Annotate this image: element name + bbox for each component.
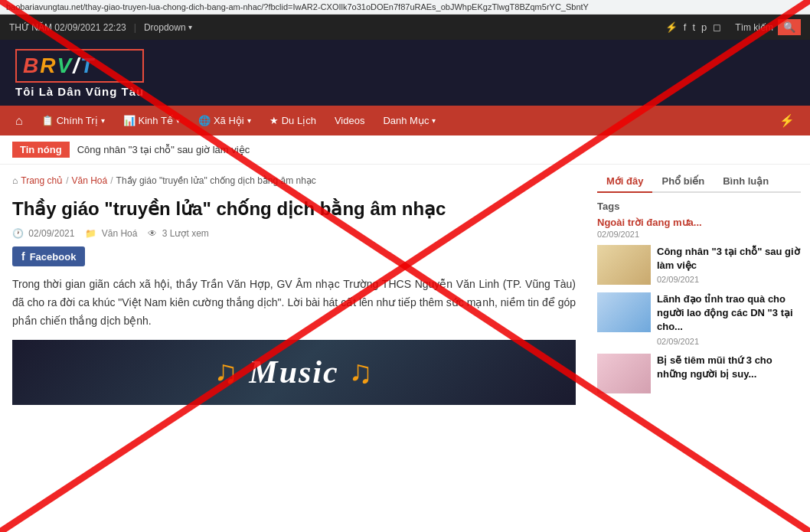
facebook-social-icon[interactable]: f xyxy=(684,21,687,33)
kinh-te-icon: 📊 xyxy=(123,115,136,126)
nav-item-videos[interactable]: Videos xyxy=(325,107,374,134)
danh-muc-arrow: ▾ xyxy=(432,116,436,125)
date-value: 02/09/2021 xyxy=(28,228,74,239)
music-note-left: ♫ xyxy=(214,354,240,390)
logo-r: R xyxy=(40,54,55,78)
category-value: Văn Hoá xyxy=(102,228,138,239)
sidebar-news-text-1: Công nhân "3 tại chỗ" sau giờ làm việc 0… xyxy=(657,245,801,284)
sidebar-news-title-2[interactable]: Lãnh đạo tỉnh trao quà cho người lao độn… xyxy=(657,292,801,335)
nav-home[interactable]: ⌂ xyxy=(6,106,32,135)
logo-v: V xyxy=(57,54,71,78)
sidebar-thumb-1 xyxy=(597,245,651,285)
instagram-icon[interactable]: ◻ xyxy=(713,21,721,33)
rss-icon[interactable]: ⚡ xyxy=(665,21,678,33)
home-icon: ⌂ xyxy=(12,175,18,186)
du-lich-label: Du Lịch xyxy=(282,115,316,126)
logo-b: B xyxy=(23,54,38,78)
xa-hoi-arrow: ▾ xyxy=(247,116,251,125)
kinh-te-arrow: ▾ xyxy=(176,116,180,125)
tags-label: Tags xyxy=(597,201,801,212)
sidebar-tabs: Mới đây Phổ biến Bình luận xyxy=(597,171,801,193)
dropdown-menu[interactable]: Dropdown xyxy=(144,22,192,33)
clock-icon: 🕐 xyxy=(12,228,24,239)
search-label: Tìm kiếm xyxy=(735,22,773,33)
tab-moi-day[interactable]: Mới đây xyxy=(597,171,652,193)
xa-hoi-icon: 🌐 xyxy=(198,115,211,126)
tab-binh-luan[interactable]: Bình luận xyxy=(714,171,778,191)
logo-t: T xyxy=(80,54,93,78)
du-lich-icon: ★ xyxy=(269,115,279,126)
search-area: Tìm kiếm 🔍 xyxy=(735,19,801,35)
sidebar-thumb-3 xyxy=(597,354,651,393)
kinh-te-label: Kinh Tế xyxy=(139,115,173,126)
xa-hoi-label: Xã Hội xyxy=(214,115,244,126)
meta-date: 🕐 02/09/2021 xyxy=(12,228,74,239)
breadcrumb-category[interactable]: Văn Hoá xyxy=(72,175,108,186)
logo-block[interactable]: B R V / T Tôi Là Dân Vũng Tàu xyxy=(15,49,144,98)
music-note-right: ♫ xyxy=(348,354,374,390)
pinterest-icon[interactable]: p xyxy=(701,21,707,33)
sidebar-news-date-2: 02/09/2021 xyxy=(657,337,801,346)
breaking-news-text: Công nhân "3 tại chỗ" sau giờ làm việc xyxy=(77,144,250,155)
meta-views: 👁 3 Lượt xem xyxy=(148,228,208,239)
breadcrumb-sep1: / xyxy=(66,175,68,186)
logo-tagline: Tôi Là Dân Vũng Tàu xyxy=(15,85,144,98)
search-button[interactable]: 🔍 xyxy=(778,19,801,35)
chinh-tri-icon: 📋 xyxy=(41,115,54,126)
nav-random[interactable]: ⚡ xyxy=(770,106,804,135)
breadcrumb-current: Thầy giáo "truyền lửa" chống dịch bằng â… xyxy=(116,175,316,186)
breadcrumb-sep2: / xyxy=(110,175,113,186)
eye-icon: 👁 xyxy=(148,228,157,239)
top-bar: THỨ NĂM 02/09/2021 22:23 | Dropdown ⚡ f … xyxy=(0,15,810,40)
url-text: baobariavungtau.net/thay-giao-truyen-lua… xyxy=(6,2,589,11)
music-text: ♫ Music ♫ xyxy=(214,354,374,390)
sidebar-news-title-3[interactable]: Bị sẽ tiêm mũi thứ 3 cho những người bị … xyxy=(657,354,801,381)
chinh-tri-arrow: ▾ xyxy=(101,116,105,125)
breadcrumb: ⌂ Trang chủ / Văn Hoá / Thầy giáo "truyề… xyxy=(12,171,576,191)
site-header: B R V / T Tôi Là Dân Vũng Tàu xyxy=(0,40,810,106)
article-area: ⌂ Trang chủ / Văn Hoá / Thầy giáo "truyề… xyxy=(0,165,588,411)
tin-nong-badge: Tin nóng xyxy=(12,142,70,158)
facebook-icon: f xyxy=(21,250,25,263)
logo-box: B R V / T xyxy=(15,49,144,83)
sidebar-news-item-3: Bị sẽ tiêm mũi thứ 3 cho những người bị … xyxy=(597,354,801,393)
sidebar-thumb-2 xyxy=(597,292,651,332)
url-bar: baobariavungtau.net/thay-giao-truyen-lua… xyxy=(0,0,810,15)
folder-icon: 📁 xyxy=(85,228,96,239)
nav-bar: ⌂ 📋 Chính Trị ▾ 📊 Kinh Tế ▾ 🌐 Xã Hội ▾ ★… xyxy=(0,106,810,135)
nav-item-du-lich[interactable]: ★ Du Lịch xyxy=(260,107,325,134)
nav-item-xa-hoi[interactable]: 🌐 Xã Hội ▾ xyxy=(189,107,260,134)
tag-date: 02/09/2021 xyxy=(597,230,801,239)
twitter-icon[interactable]: t xyxy=(692,21,695,33)
article-meta: 🕐 02/09/2021 📁 Văn Hoá 👁 3 Lượt xem xyxy=(12,228,576,239)
social-icons: ⚡ f t p ◻ xyxy=(665,21,721,33)
views-value: 3 Lượt xem xyxy=(162,228,209,239)
tab-pho-bien[interactable]: Phổ biến xyxy=(652,171,714,191)
sidebar-news-text-3: Bị sẽ tiêm mũi thứ 3 cho những người bị … xyxy=(657,354,801,383)
breadcrumb-home[interactable]: Trang chủ xyxy=(21,175,63,186)
sidebar-news-text-2: Lãnh đạo tỉnh trao quà cho người lao độn… xyxy=(657,292,801,346)
article-title: Thầy giáo "truyền lửa" chống dịch bằng â… xyxy=(12,197,576,220)
sidebar: Mới đây Phổ biến Bình luận Tags Ngoài tr… xyxy=(588,165,810,411)
nav-item-kinh-te[interactable]: 📊 Kinh Tế ▾ xyxy=(114,107,189,134)
separator: | xyxy=(134,22,136,33)
breaking-news-bar: Tin nóng Công nhân "3 tại chỗ" sau giờ l… xyxy=(0,135,810,165)
tag-title[interactable]: Ngoài trời đang mưa... xyxy=(597,217,801,228)
sidebar-news-title-1[interactable]: Công nhân "3 tại chỗ" sau giờ làm việc xyxy=(657,245,801,273)
videos-label: Videos xyxy=(335,115,365,126)
meta-category: 📁 Văn Hoá xyxy=(85,228,137,239)
facebook-label: Facebook xyxy=(30,251,77,263)
facebook-share-button[interactable]: f Facebook xyxy=(12,246,85,266)
nav-item-danh-muc[interactable]: Danh Mục ▾ xyxy=(374,107,445,134)
date-display: THỨ NĂM 02/09/2021 22:23 xyxy=(9,22,126,33)
article-image: ♫ Music ♫ xyxy=(12,340,576,405)
chinh-tri-label: Chính Trị xyxy=(57,115,98,126)
article-body: Trong thời gian giãn cách xã hội, thầy T… xyxy=(12,276,576,330)
sidebar-news-date-1: 02/09/2021 xyxy=(657,275,801,284)
danh-muc-label: Danh Mục xyxy=(383,115,429,126)
sidebar-news-item-1: Công nhân "3 tại chỗ" sau giờ làm việc 0… xyxy=(597,245,801,285)
logo-slash: / xyxy=(73,54,79,78)
main-layout: ⌂ Trang chủ / Văn Hoá / Thầy giáo "truyề… xyxy=(0,165,810,411)
nav-item-chinh-tri[interactable]: 📋 Chính Trị ▾ xyxy=(32,107,114,134)
sidebar-news-item-2: Lãnh đạo tỉnh trao quà cho người lao độn… xyxy=(597,292,801,346)
